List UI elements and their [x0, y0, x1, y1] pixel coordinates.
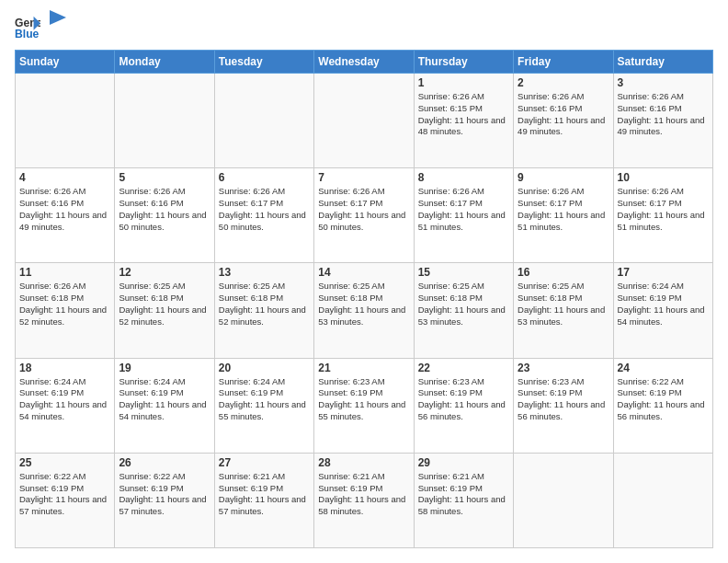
day-number: 1: [418, 76, 509, 89]
calendar-cell: 29Sunrise: 6:21 AMSunset: 6:19 PMDayligh…: [414, 453, 513, 547]
calendar-header-friday: Friday: [514, 51, 613, 74]
day-number: 29: [418, 456, 509, 469]
calendar-cell: 17Sunrise: 6:24 AMSunset: 6:19 PMDayligh…: [613, 263, 712, 358]
day-info: Sunrise: 6:24 AMSunset: 6:19 PMDaylight:…: [219, 376, 310, 423]
day-info: Sunrise: 6:25 AMSunset: 6:18 PMDaylight:…: [318, 281, 409, 327]
day-number: 27: [219, 456, 310, 469]
day-info: Sunrise: 6:25 AMSunset: 6:18 PMDaylight:…: [219, 281, 310, 327]
calendar-cell: 1Sunrise: 6:26 AMSunset: 6:15 PMDaylight…: [414, 74, 513, 168]
day-info: Sunrise: 6:25 AMSunset: 6:18 PMDaylight:…: [119, 281, 210, 327]
day-info: Sunrise: 6:26 AMSunset: 6:17 PMDaylight:…: [618, 186, 709, 233]
day-number: 13: [219, 266, 310, 279]
calendar-cell: [16, 74, 115, 168]
day-info: Sunrise: 6:26 AMSunset: 6:17 PMDaylight:…: [318, 186, 409, 233]
day-number: 28: [318, 456, 409, 469]
day-number: 10: [618, 171, 709, 184]
logo-icon: General Blue: [15, 15, 40, 40]
day-number: 19: [119, 362, 210, 374]
calendar-week-1: 4Sunrise: 6:26 AMSunset: 6:16 PMDaylight…: [16, 168, 713, 263]
calendar-cell: [214, 74, 313, 168]
day-number: 5: [119, 171, 210, 184]
calendar-cell: 22Sunrise: 6:23 AMSunset: 6:19 PMDayligh…: [414, 358, 513, 453]
calendar-cell: 12Sunrise: 6:25 AMSunset: 6:18 PMDayligh…: [115, 263, 214, 358]
day-info: Sunrise: 6:24 AMSunset: 6:19 PMDaylight:…: [618, 281, 709, 327]
day-info: Sunrise: 6:24 AMSunset: 6:19 PMDaylight:…: [119, 376, 210, 423]
calendar-header-wednesday: Wednesday: [314, 51, 414, 74]
calendar-cell: 15Sunrise: 6:25 AMSunset: 6:18 PMDayligh…: [414, 263, 513, 358]
day-info: Sunrise: 6:21 AMSunset: 6:19 PMDaylight:…: [219, 471, 310, 518]
day-number: 12: [119, 266, 210, 279]
day-info: Sunrise: 6:26 AMSunset: 6:17 PMDaylight:…: [418, 186, 509, 233]
day-number: 4: [19, 171, 110, 184]
calendar-cell: 27Sunrise: 6:21 AMSunset: 6:19 PMDayligh…: [214, 453, 313, 547]
calendar-week-0: 1Sunrise: 6:26 AMSunset: 6:15 PMDaylight…: [16, 74, 713, 168]
day-info: Sunrise: 6:25 AMSunset: 6:18 PMDaylight:…: [418, 281, 509, 327]
day-info: Sunrise: 6:23 AMSunset: 6:19 PMDaylight:…: [518, 376, 609, 423]
day-number: 21: [318, 362, 409, 374]
calendar-header-saturday: Saturday: [613, 51, 712, 74]
calendar-cell: 16Sunrise: 6:25 AMSunset: 6:18 PMDayligh…: [514, 263, 613, 358]
calendar-week-3: 18Sunrise: 6:24 AMSunset: 6:19 PMDayligh…: [16, 358, 713, 453]
day-info: Sunrise: 6:21 AMSunset: 6:19 PMDaylight:…: [318, 471, 409, 518]
day-info: Sunrise: 6:26 AMSunset: 6:16 PMDaylight:…: [618, 91, 709, 138]
calendar-cell: 7Sunrise: 6:26 AMSunset: 6:17 PMDaylight…: [314, 168, 414, 263]
day-number: 6: [219, 171, 310, 184]
calendar-cell: 14Sunrise: 6:25 AMSunset: 6:18 PMDayligh…: [314, 263, 414, 358]
day-number: 11: [19, 266, 110, 279]
day-info: Sunrise: 6:26 AMSunset: 6:18 PMDaylight:…: [19, 281, 110, 327]
calendar-header-thursday: Thursday: [414, 51, 513, 74]
day-number: 8: [418, 171, 509, 184]
calendar-cell: 2Sunrise: 6:26 AMSunset: 6:16 PMDaylight…: [514, 74, 613, 168]
day-info: Sunrise: 6:22 AMSunset: 6:19 PMDaylight:…: [618, 376, 709, 423]
calendar-cell: [613, 453, 712, 547]
calendar-cell: 18Sunrise: 6:24 AMSunset: 6:19 PMDayligh…: [16, 358, 115, 453]
header: General Blue: [15, 15, 713, 40]
page: General Blue SundayMondayTuesdayWednesda…: [0, 0, 728, 563]
calendar-cell: 26Sunrise: 6:22 AMSunset: 6:19 PMDayligh…: [115, 453, 214, 547]
calendar-cell: [314, 74, 414, 168]
calendar-cell: 28Sunrise: 6:21 AMSunset: 6:19 PMDayligh…: [314, 453, 414, 547]
day-info: Sunrise: 6:24 AMSunset: 6:19 PMDaylight:…: [19, 376, 110, 423]
day-number: 20: [219, 362, 310, 374]
logo: General Blue: [15, 15, 66, 40]
calendar-cell: 11Sunrise: 6:26 AMSunset: 6:18 PMDayligh…: [16, 263, 115, 358]
day-number: 25: [19, 456, 110, 469]
calendar-cell: 20Sunrise: 6:24 AMSunset: 6:19 PMDayligh…: [214, 358, 313, 453]
day-number: 17: [618, 266, 709, 279]
svg-marker-3: [50, 10, 66, 25]
day-info: Sunrise: 6:22 AMSunset: 6:19 PMDaylight:…: [19, 471, 110, 518]
calendar-header-tuesday: Tuesday: [214, 51, 313, 74]
day-number: 14: [318, 266, 409, 279]
calendar-cell: 8Sunrise: 6:26 AMSunset: 6:17 PMDaylight…: [414, 168, 513, 263]
calendar-cell: 3Sunrise: 6:26 AMSunset: 6:16 PMDaylight…: [613, 74, 712, 168]
day-number: 15: [418, 266, 509, 279]
calendar-cell: 4Sunrise: 6:26 AMSunset: 6:16 PMDaylight…: [16, 168, 115, 263]
calendar-cell: 23Sunrise: 6:23 AMSunset: 6:19 PMDayligh…: [514, 358, 613, 453]
day-info: Sunrise: 6:25 AMSunset: 6:18 PMDaylight:…: [518, 281, 609, 327]
day-number: 7: [318, 171, 409, 184]
calendar-week-4: 25Sunrise: 6:22 AMSunset: 6:19 PMDayligh…: [16, 453, 713, 547]
calendar-cell: [514, 453, 613, 547]
day-number: 9: [518, 171, 609, 184]
day-info: Sunrise: 6:26 AMSunset: 6:16 PMDaylight:…: [119, 186, 210, 233]
logo-flag-icon: [50, 10, 66, 36]
day-number: 23: [518, 362, 609, 374]
day-info: Sunrise: 6:26 AMSunset: 6:15 PMDaylight:…: [418, 91, 509, 138]
calendar-header-monday: Monday: [115, 51, 214, 74]
day-info: Sunrise: 6:23 AMSunset: 6:19 PMDaylight:…: [418, 376, 509, 423]
day-number: 22: [418, 362, 509, 374]
day-info: Sunrise: 6:23 AMSunset: 6:19 PMDaylight:…: [318, 376, 409, 423]
day-info: Sunrise: 6:22 AMSunset: 6:19 PMDaylight:…: [119, 471, 210, 518]
day-info: Sunrise: 6:26 AMSunset: 6:16 PMDaylight:…: [518, 91, 609, 138]
day-info: Sunrise: 6:26 AMSunset: 6:16 PMDaylight:…: [19, 186, 110, 233]
calendar-cell: 19Sunrise: 6:24 AMSunset: 6:19 PMDayligh…: [115, 358, 214, 453]
calendar-cell: [115, 74, 214, 168]
calendar-header-sunday: Sunday: [16, 51, 115, 74]
calendar-cell: 9Sunrise: 6:26 AMSunset: 6:17 PMDaylight…: [514, 168, 613, 263]
day-number: 16: [518, 266, 609, 279]
calendar-cell: 24Sunrise: 6:22 AMSunset: 6:19 PMDayligh…: [613, 358, 712, 453]
svg-text:Blue: Blue: [15, 28, 40, 40]
day-number: 24: [618, 362, 709, 374]
calendar-cell: 21Sunrise: 6:23 AMSunset: 6:19 PMDayligh…: [314, 358, 414, 453]
calendar-cell: 13Sunrise: 6:25 AMSunset: 6:18 PMDayligh…: [214, 263, 313, 358]
